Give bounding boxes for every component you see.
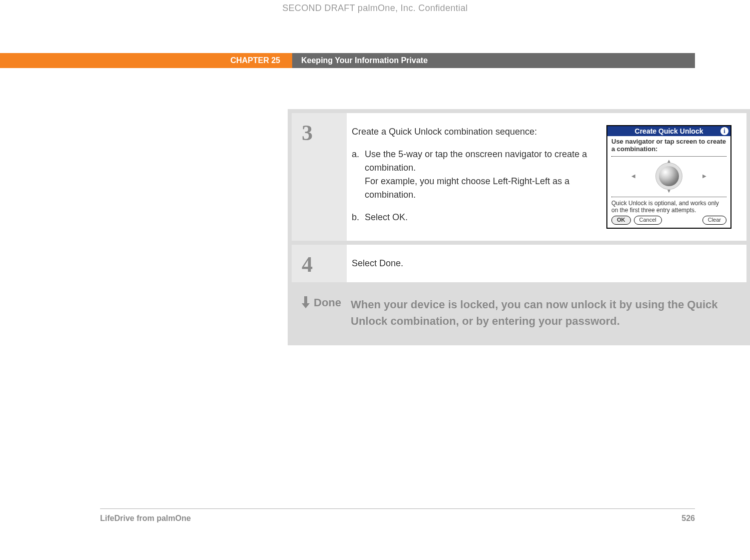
section-title: Keeping Your Information Private <box>292 53 695 68</box>
step-4-text: Select Done. <box>352 257 403 270</box>
confidential-watermark: SECOND DRAFT palmOne, Inc. Confidential <box>0 3 750 14</box>
page-footer: LifeDrive from palmOne 526 <box>100 508 695 523</box>
palm-screenshot: Create Quick Unlock i Use navigator or t… <box>606 125 731 229</box>
done-label: Done <box>314 296 341 309</box>
nav-right-icon[interactable]: ▶ <box>702 174 706 179</box>
nav-center-button[interactable] <box>659 166 679 186</box>
ok-button[interactable]: OK <box>611 216 631 225</box>
palm-note: Quick Unlock is optional, and works only… <box>611 200 726 214</box>
clear-button[interactable]: Clear <box>702 216 726 225</box>
down-arrow-icon <box>301 296 311 308</box>
five-way-navigator[interactable]: ▲ ▼ ◀ ▶ <box>611 159 726 194</box>
info-icon[interactable]: i <box>720 127 728 135</box>
substep-a-line2: For example, you might choose Left-Right… <box>365 176 569 200</box>
nav-left-icon[interactable]: ◀ <box>631 174 635 179</box>
done-text: When your device is locked, you can now … <box>351 296 731 329</box>
cancel-button[interactable]: Cancel <box>634 216 662 225</box>
step-number: 3 <box>292 113 347 241</box>
page-number: 526 <box>681 514 695 523</box>
done-block: Done When your device is locked, you can… <box>292 286 746 341</box>
substep-b-marker: b. <box>352 211 359 224</box>
nav-down-icon[interactable]: ▼ <box>666 189 671 194</box>
substep-a-marker: a. <box>352 148 359 161</box>
footer-product: LifeDrive from palmOne <box>100 514 191 523</box>
step-number: 4 <box>292 245 347 282</box>
palm-instruction: Use navigator or tap screen to create a … <box>611 138 726 153</box>
step-3-intro: Create a Quick Unlock combination sequen… <box>352 125 594 139</box>
substep-b-text: Select OK. <box>365 212 408 222</box>
chapter-label: CHAPTER 25 <box>0 53 292 68</box>
steps-panel: 3 Create a Quick Unlock combination sequ… <box>288 109 750 345</box>
step-3: 3 Create a Quick Unlock combination sequ… <box>292 113 746 241</box>
step-4: 4 Select Done. <box>292 245 746 282</box>
nav-up-icon[interactable]: ▲ <box>666 159 671 164</box>
substep-a-line1: Use the 5-way or tap the onscreen naviga… <box>365 149 587 173</box>
palm-dialog-title: Create Quick Unlock <box>635 127 703 135</box>
chapter-header: CHAPTER 25 Keeping Your Information Priv… <box>0 53 695 68</box>
